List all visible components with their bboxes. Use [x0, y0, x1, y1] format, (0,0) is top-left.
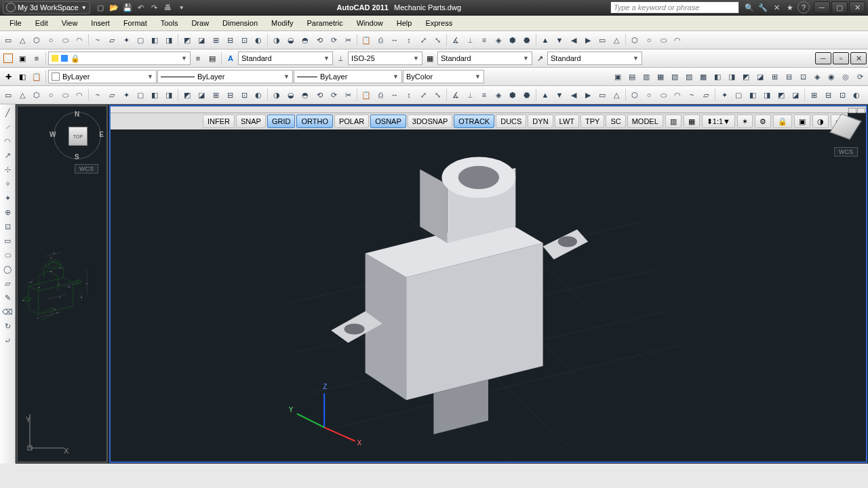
standard-btn-41[interactable]: △	[610, 33, 623, 47]
dim-style-icon[interactable]: ⟂	[334, 52, 347, 65]
standard-btn-43[interactable]: ○	[642, 33, 656, 47]
standard-btn-2[interactable]: ⬡	[30, 33, 43, 47]
standard-btn-4[interactable]: ⬭	[58, 33, 72, 47]
props-btn-10[interactable]: ◪	[753, 70, 767, 83]
modeling-btn-6[interactable]: ~	[91, 88, 104, 102]
draw-btn-15[interactable]: ↻	[1, 319, 14, 333]
standard-btn-15[interactable]: ⊟	[223, 33, 237, 47]
props-btn-5[interactable]: ▨	[682, 70, 696, 83]
props-btn-6[interactable]: ▩	[696, 70, 710, 83]
text-style-icon[interactable]: A	[224, 52, 237, 65]
standard-btn-39[interactable]: ▶	[581, 33, 595, 47]
modeling-btn-3[interactable]: ○	[44, 88, 58, 102]
props-btn-1[interactable]: ▤	[625, 70, 639, 83]
new-icon[interactable]: ▢	[94, 1, 106, 14]
standard-btn-32[interactable]: ≡	[477, 33, 491, 47]
modeling-btn-10[interactable]: ◧	[148, 88, 161, 102]
standard-btn-24[interactable]: 📋	[359, 33, 373, 47]
draw-btn-4[interactable]: ⊹	[1, 163, 14, 176]
modeling-btn-34[interactable]: ⬢	[506, 88, 519, 102]
draw-btn-5[interactable]: ✧	[1, 177, 14, 190]
modeling-btn-29[interactable]: ⤡	[431, 88, 444, 102]
lineweight-combo[interactable]: ByLayer▼	[294, 70, 402, 83]
menu-insert[interactable]: Insert	[84, 18, 117, 28]
modeling-btn-36[interactable]: ▲	[538, 88, 552, 102]
modeling-btn-52[interactable]: ◩	[774, 88, 788, 102]
standard-btn-30[interactable]: ∡	[449, 33, 462, 47]
dim-style-combo[interactable]: ISO-25▼	[348, 52, 422, 65]
props-btn-11[interactable]: ⊞	[768, 70, 781, 83]
modeling-btn-30[interactable]: ∡	[449, 88, 462, 102]
workspace-selector[interactable]: My 3d WorkSpace ▼	[3, 1, 90, 14]
modeling-btn-7[interactable]: ▱	[105, 88, 119, 102]
standard-btn-25[interactable]: ⎙	[374, 33, 387, 47]
standard-btn-7[interactable]: ▱	[105, 33, 119, 47]
standard-btn-31[interactable]: ⟂	[463, 33, 477, 47]
modeling-btn-38[interactable]: ◀	[567, 88, 580, 102]
menu-parametric[interactable]: Parametric	[300, 18, 349, 28]
table-style-combo[interactable]: Standard▼	[437, 52, 532, 65]
modeling-btn-13[interactable]: ◪	[195, 88, 208, 102]
modeling-btn-28[interactable]: ⤢	[416, 88, 430, 102]
standard-btn-8[interactable]: ✦	[119, 33, 133, 47]
modeling-btn-8[interactable]: ✦	[119, 88, 133, 102]
meas-icon[interactable]: ✚	[1, 70, 15, 83]
standard-btn-18[interactable]: ◑	[270, 33, 283, 47]
standard-btn-14[interactable]: ⊞	[209, 33, 222, 47]
search-input[interactable]: Type a keyword or phrase	[610, 1, 739, 14]
draw-btn-11[interactable]: ◯	[1, 262, 14, 276]
table-style-icon[interactable]: ▦	[423, 52, 437, 65]
standard-btn-5[interactable]: ◠	[73, 33, 86, 47]
draw-btn-8[interactable]: ⊡	[1, 220, 14, 233]
modeling-btn-18[interactable]: ◑	[270, 88, 283, 102]
standard-btn-3[interactable]: ○	[44, 33, 58, 47]
modeling-btn-9[interactable]: ▢	[134, 88, 147, 102]
modeling-btn-50[interactable]: ◧	[746, 88, 760, 102]
menu-tools[interactable]: Tools	[154, 18, 185, 28]
mleader-style-combo[interactable]: Standard▼	[547, 52, 642, 65]
modeling-btn-41[interactable]: △	[610, 88, 623, 102]
viewcube[interactable]: N S E W TOP	[54, 112, 101, 159]
menu-draw[interactable]: Draw	[184, 18, 216, 28]
standard-btn-28[interactable]: ⤢	[416, 33, 430, 47]
save-icon[interactable]: 💾	[121, 1, 134, 14]
close-button[interactable]: ✕	[849, 1, 865, 14]
modeling-btn-21[interactable]: ⟲	[313, 88, 326, 102]
draw-btn-12[interactable]: ▱	[1, 277, 14, 290]
standard-btn-22[interactable]: ⟳	[327, 33, 340, 47]
modeling-btn-19[interactable]: ◒	[284, 88, 298, 102]
standard-btn-37[interactable]: ▼	[553, 33, 566, 47]
draw-btn-3[interactable]: ↗	[1, 148, 14, 162]
menu-format[interactable]: Format	[117, 18, 154, 28]
standard-btn-26[interactable]: ↔	[388, 33, 401, 47]
menu-help[interactable]: Help	[390, 18, 419, 28]
paste-icon[interactable]: 📋	[30, 70, 43, 83]
maximize-button[interactable]: ▢	[831, 1, 848, 14]
layer-combo[interactable]: 🔒 ▼	[48, 52, 191, 65]
props-btn-9[interactable]: ◩	[739, 70, 753, 83]
modeling-btn-25[interactable]: ⎙	[374, 88, 387, 102]
draw-btn-7[interactable]: ⊕	[1, 205, 14, 219]
modeling-btn-23[interactable]: ✂	[341, 88, 355, 102]
props-btn-12[interactable]: ⊟	[782, 70, 795, 83]
modeling-btn-35[interactable]: ⬣	[520, 88, 534, 102]
binoculars-icon[interactable]: 🔍	[743, 1, 755, 14]
ucs-icon[interactable]: ▣	[16, 52, 29, 65]
standard-btn-33[interactable]: ◈	[492, 33, 505, 47]
props-btn-2[interactable]: ▥	[639, 70, 653, 83]
menu-window[interactable]: Window	[350, 18, 390, 28]
standard-btn-34[interactable]: ⬢	[506, 33, 519, 47]
minimize-button[interactable]: ─	[814, 1, 830, 14]
mleader-style-icon[interactable]: ↗	[533, 52, 547, 65]
modeling-btn-43[interactable]: ○	[642, 88, 656, 102]
compass-e[interactable]: E	[99, 131, 104, 138]
modeling-btn-39[interactable]: ▶	[581, 88, 595, 102]
menu-edit[interactable]: Edit	[28, 18, 55, 28]
modeling-btn-49[interactable]: ▢	[732, 88, 745, 102]
modeling-btn-4[interactable]: ⬭	[58, 88, 72, 102]
modeling-btn-5[interactable]: ◠	[73, 88, 86, 102]
help-icon[interactable]: ?	[797, 1, 810, 14]
viewport-shaded[interactable]: Z X Y WCS INFERSNAPGRIDORTHOPOLAROSNAP3D…	[109, 105, 867, 463]
open-icon[interactable]: 📂	[108, 1, 120, 14]
modeling-btn-20[interactable]: ◓	[298, 88, 312, 102]
